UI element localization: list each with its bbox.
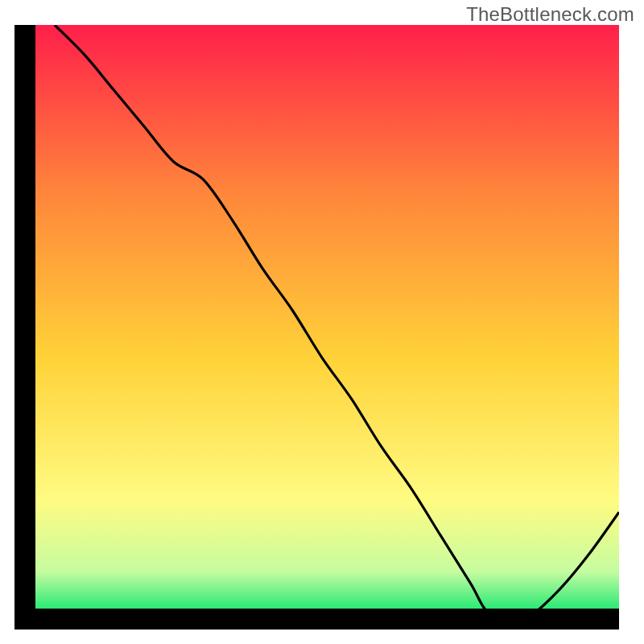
watermark-text: TheBottleneck.com: [466, 3, 634, 26]
plot-background: [25, 25, 619, 619]
chart-container: TheBottleneck.com: [0, 0, 644, 644]
chart-svg: [0, 0, 644, 644]
